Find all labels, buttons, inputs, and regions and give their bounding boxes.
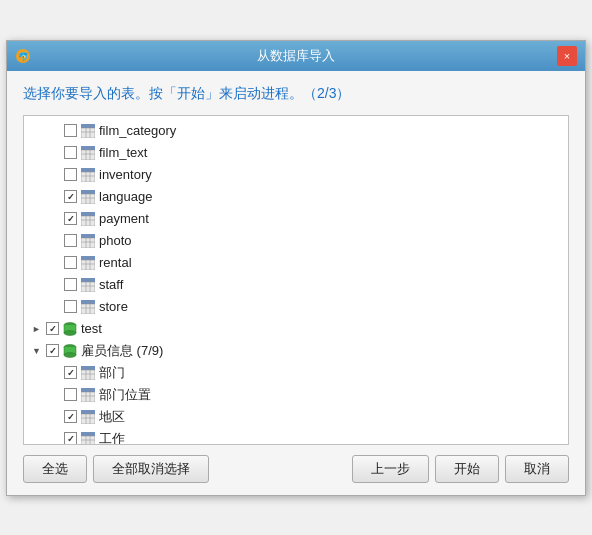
svg-text:🐬: 🐬 — [18, 51, 30, 63]
tree-toggle-icon[interactable]: ▼ — [32, 346, 44, 356]
checkbox[interactable] — [64, 146, 77, 159]
item-label: test — [81, 321, 102, 336]
cancel-button[interactable]: 取消 — [505, 455, 569, 483]
svg-rect-27 — [81, 212, 95, 216]
bottom-buttons: 全选 全部取消选择 上一步 开始 取消 — [23, 455, 569, 483]
checkbox[interactable] — [64, 124, 77, 137]
svg-rect-9 — [81, 146, 95, 150]
list-item[interactable]: ▼雇员信息 (7/9) — [24, 340, 568, 362]
item-label: staff — [99, 277, 123, 292]
svg-rect-45 — [81, 278, 95, 282]
list-item[interactable]: 部门 — [24, 362, 568, 384]
prev-button[interactable]: 上一步 — [352, 455, 429, 483]
svg-rect-3 — [81, 124, 95, 128]
checkbox[interactable] — [64, 388, 77, 401]
item-label: photo — [99, 233, 132, 248]
list-item[interactable]: photo — [24, 230, 568, 252]
svg-rect-79 — [81, 410, 95, 414]
item-label: film_text — [99, 145, 147, 160]
window-title: 从数据库导入 — [35, 47, 557, 65]
title-bar-left: 🐬 — [15, 48, 35, 64]
item-label: 雇员信息 (7/9) — [81, 342, 163, 360]
svg-rect-15 — [81, 168, 95, 172]
instruction-text: 选择你要导入的表。按「开始」来启动进程。（2/3） — [23, 85, 569, 103]
svg-rect-21 — [81, 190, 95, 194]
svg-rect-39 — [81, 256, 95, 260]
list-item[interactable]: film_text — [24, 142, 568, 164]
item-label: language — [99, 189, 153, 204]
left-buttons: 全选 全部取消选择 — [23, 455, 209, 483]
title-bar: 🐬 从数据库导入 × — [7, 41, 585, 71]
list-item[interactable]: ►test — [24, 318, 568, 340]
svg-point-58 — [64, 330, 76, 335]
item-label: 部门位置 — [99, 386, 151, 404]
checkbox[interactable] — [64, 278, 77, 291]
list-item[interactable]: staff — [24, 274, 568, 296]
list-item[interactable]: 部门位置 — [24, 384, 568, 406]
checkbox[interactable] — [64, 190, 77, 203]
item-label: inventory — [99, 167, 152, 182]
item-label: 地区 — [99, 408, 125, 426]
item-label: rental — [99, 255, 132, 270]
svg-rect-33 — [81, 234, 95, 238]
list-item[interactable]: store — [24, 296, 568, 318]
select-all-button[interactable]: 全选 — [23, 455, 87, 483]
checkbox[interactable] — [64, 256, 77, 269]
main-window: 🐬 从数据库导入 × 选择你要导入的表。按「开始」来启动进程。（2/3） fil… — [6, 40, 586, 496]
right-buttons: 上一步 开始 取消 — [352, 455, 569, 483]
item-label: film_category — [99, 123, 176, 138]
svg-point-63 — [64, 352, 76, 357]
checkbox[interactable] — [64, 168, 77, 181]
checkbox[interactable] — [64, 366, 77, 379]
checkbox[interactable] — [64, 234, 77, 247]
list-item[interactable]: film_category — [24, 120, 568, 142]
checkbox[interactable] — [64, 410, 77, 423]
checkbox[interactable] — [64, 300, 77, 313]
svg-rect-67 — [81, 366, 95, 370]
svg-rect-85 — [81, 432, 95, 436]
list-item[interactable]: inventory — [24, 164, 568, 186]
close-button[interactable]: × — [557, 46, 577, 66]
list-item[interactable]: 工作 — [24, 428, 568, 445]
tree-toggle-icon[interactable]: ► — [32, 324, 44, 334]
table-list[interactable]: film_categoryfilm_textinventorylanguagep… — [23, 115, 569, 445]
list-item[interactable]: rental — [24, 252, 568, 274]
checkbox[interactable] — [64, 432, 77, 445]
list-item[interactable]: 地区 — [24, 406, 568, 428]
list-item[interactable]: language — [24, 186, 568, 208]
item-label: 部门 — [99, 364, 125, 382]
item-label: store — [99, 299, 128, 314]
svg-rect-51 — [81, 300, 95, 304]
item-label: payment — [99, 211, 149, 226]
list-item[interactable]: payment — [24, 208, 568, 230]
item-label: 工作 — [99, 430, 125, 445]
window-body: 选择你要导入的表。按「开始」来启动进程。（2/3） film_categoryf… — [7, 71, 585, 495]
svg-rect-73 — [81, 388, 95, 392]
deselect-all-button[interactable]: 全部取消选择 — [93, 455, 209, 483]
start-button[interactable]: 开始 — [435, 455, 499, 483]
checkbox[interactable] — [64, 212, 77, 225]
app-icon: 🐬 — [15, 48, 31, 64]
checkbox[interactable] — [46, 344, 59, 357]
checkbox[interactable] — [46, 322, 59, 335]
